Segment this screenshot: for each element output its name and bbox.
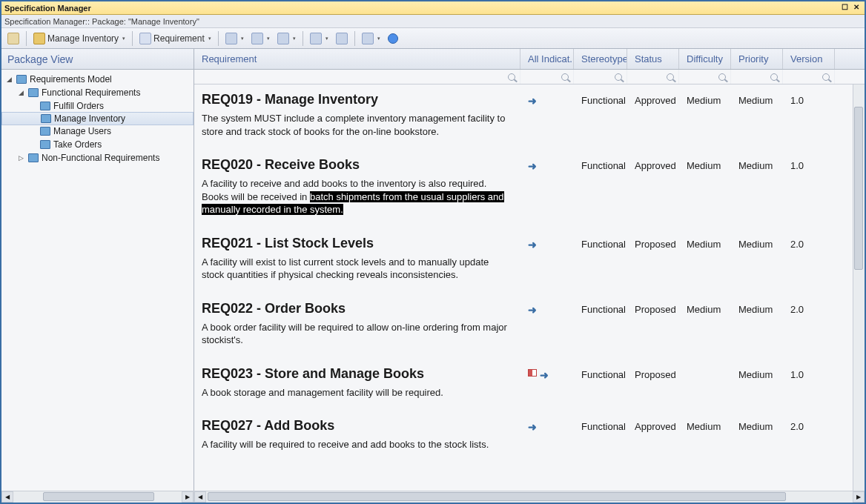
window-titlebar: Specification Manager ☐ ✕	[1, 1, 865, 15]
breadcrumb: Specification Manager:: Package: "Manage…	[1, 15, 865, 28]
chevron-down-icon[interactable]: ◢	[4, 76, 13, 83]
scrollbar-thumb[interactable]	[208, 492, 786, 501]
filter-priority[interactable]	[731, 70, 783, 84]
scrollbar-thumb[interactable]	[43, 492, 154, 501]
options-button[interactable]	[359, 30, 383, 47]
indicators-cell: ➜	[520, 157, 574, 216]
chevron-right-icon[interactable]: ▷	[16, 154, 25, 162]
chevron-down-icon[interactable]: ◢	[16, 89, 25, 96]
column-difficulty[interactable]: Difficulty	[679, 49, 731, 69]
options-icon	[362, 33, 374, 44]
tree-node[interactable]: Fulfill Orders	[1, 99, 194, 113]
filter-version[interactable]	[783, 70, 835, 84]
requirement-row[interactable]: REQ027 - Add BooksA facility will be req…	[194, 411, 865, 463]
search-icon	[615, 73, 622, 81]
tree-node[interactable]: Take Orders	[1, 138, 194, 151]
package-tree[interactable]: ◢Requirements Model◢Functional Requireme…	[1, 70, 194, 491]
filter-status[interactable]	[627, 70, 679, 84]
tree-node-label: Functional Requirements	[42, 87, 140, 98]
scroll-right-button[interactable]: ▶	[853, 491, 865, 503]
column-stereotype[interactable]: Stereotype	[574, 49, 627, 69]
column-status[interactable]: Status	[627, 49, 679, 69]
view-toggle-button[interactable]	[4, 30, 22, 47]
help-button[interactable]	[385, 30, 401, 47]
indicators-cell: ➜	[520, 301, 574, 347]
search-icon	[667, 73, 674, 81]
indicators-cell: ➜	[520, 92, 574, 138]
requirements-grid[interactable]: REQ019 - Manage InventoryThe system MUST…	[194, 84, 865, 491]
columns-icon	[225, 33, 237, 44]
requirement-row[interactable]: REQ022 - Order BooksA book order facilit…	[194, 294, 865, 359]
scroll-right-button[interactable]: ▶	[182, 491, 194, 503]
version-cell: 2.0	[783, 236, 835, 282]
highlighted-text: batch shipments from the usual suppliers…	[202, 191, 504, 216]
close-button[interactable]: ✕	[851, 3, 862, 13]
folder-icon	[41, 114, 51, 123]
indicators-cell: ➜	[520, 418, 574, 451]
tree-node-label: Fulfill Orders	[53, 101, 104, 111]
column-requirement[interactable]: Requirement	[194, 49, 520, 69]
scroll-left-button[interactable]: ◀	[1, 491, 13, 503]
difficulty-cell: Medium	[679, 301, 731, 347]
edit-button[interactable]	[307, 30, 331, 47]
filter-requirement[interactable]	[194, 70, 520, 84]
flag-icon	[528, 369, 537, 377]
relations-button[interactable]	[248, 30, 273, 47]
stereotype-cell: Functional	[574, 301, 627, 347]
print-button[interactable]	[333, 30, 351, 47]
maximize-button[interactable]: ☐	[839, 3, 850, 13]
column-version[interactable]: Version	[783, 49, 835, 69]
columns-button[interactable]	[222, 30, 247, 47]
version-cell: 1.0	[783, 92, 835, 138]
tree-node-label: Non-Functional Requirements	[42, 153, 159, 163]
tree-node[interactable]: ◢Requirements Model	[1, 73, 194, 86]
package-selector[interactable]: Manage Inventory	[30, 30, 128, 47]
folder-icon	[40, 102, 50, 110]
filter-indicators[interactable]	[520, 70, 574, 84]
tree-node[interactable]: ▷Non-Functional Requirements	[1, 151, 194, 165]
search-icon	[508, 73, 515, 81]
horizontal-scrollbar[interactable]: ◀ ▶ ◀ ▶	[1, 491, 865, 503]
requirement-row[interactable]: REQ021 - List Stock LevelsA facility wil…	[194, 228, 865, 294]
tree-node[interactable]: Manage Users	[1, 125, 194, 138]
vertical-scrollbar[interactable]	[853, 84, 865, 491]
filter-stereotype[interactable]	[574, 70, 627, 84]
priority-cell: Medium	[731, 366, 783, 399]
tree-node-label: Requirements Model	[30, 74, 112, 84]
column-priority[interactable]: Priority	[731, 49, 783, 69]
requirement-description: A book storage and management facility w…	[202, 386, 513, 399]
requirement-icon	[139, 33, 151, 44]
requirement-row[interactable]: REQ020 - Receive BooksA facility to rece…	[194, 150, 865, 228]
tree-node-label: Manage Users	[53, 126, 111, 136]
print-icon	[336, 33, 348, 44]
folder-icon	[40, 127, 50, 136]
status-cell: Approved	[627, 157, 679, 216]
type-selector[interactable]: Requirement	[136, 30, 214, 47]
tree-node-label: Manage Inventory	[54, 113, 125, 124]
difficulty-cell: Medium	[679, 92, 731, 138]
stereotype-cell: Functional	[574, 92, 627, 138]
requirement-title: REQ019 - Manage Inventory	[202, 92, 513, 107]
scroll-left-button[interactable]: ◀	[194, 491, 206, 503]
indicators-cell: ➜	[520, 236, 574, 282]
requirement-row[interactable]: REQ019 - Manage InventoryThe system MUST…	[194, 84, 865, 150]
scrollbar-thumb[interactable]	[854, 107, 863, 270]
tree-node[interactable]: ◢Functional Requirements	[1, 86, 194, 99]
link-icon: ➜	[528, 239, 537, 251]
stereotype-cell: Functional	[574, 366, 627, 399]
status-cell: Proposed	[627, 301, 679, 347]
indicators-cell: ➜	[520, 366, 574, 399]
column-header-row: Requirement All Indicat... Stereotype St…	[194, 49, 865, 70]
requirement-title: REQ022 - Order Books	[202, 301, 513, 316]
tag-button[interactable]	[274, 30, 299, 47]
column-indicators[interactable]: All Indicat...	[520, 49, 574, 69]
requirement-title: REQ021 - List Stock Levels	[202, 236, 513, 251]
requirement-title: REQ027 - Add Books	[202, 418, 513, 434]
type-label: Requirement	[153, 33, 205, 44]
priority-cell: Medium	[731, 236, 783, 282]
folder-icon	[28, 153, 39, 162]
tree-node[interactable]: Manage Inventory	[1, 112, 194, 125]
filter-difficulty[interactable]	[679, 70, 731, 84]
edit-icon	[310, 33, 322, 44]
requirement-row[interactable]: REQ023 - Store and Manage BooksA book st…	[194, 359, 865, 411]
